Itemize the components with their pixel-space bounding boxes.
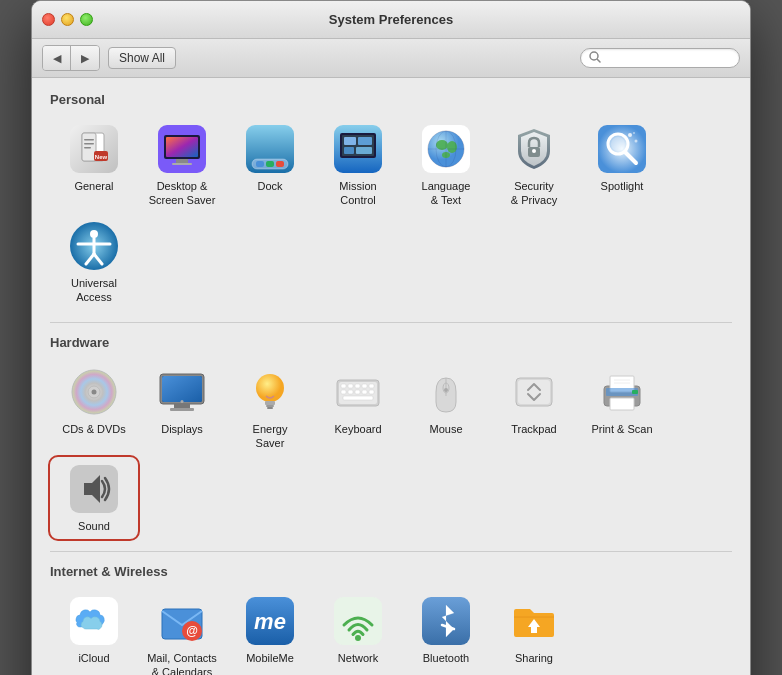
- mouse-icon: [420, 366, 472, 418]
- pref-item-print[interactable]: Print & Scan: [578, 360, 666, 457]
- hardware-grid: CDs & DVDs: [50, 360, 732, 539]
- pref-item-keyboard[interactable]: Keyboard: [314, 360, 402, 457]
- pref-item-general[interactable]: New General: [50, 117, 138, 214]
- svg-rect-59: [170, 408, 194, 411]
- internet-grid: iCloud @ Mail, Contacts& Calendars: [50, 589, 732, 675]
- security-label: Security& Privacy: [511, 179, 557, 208]
- pref-item-language[interactable]: Language& Text: [402, 117, 490, 214]
- pref-item-icloud[interactable]: iCloud: [50, 589, 138, 675]
- svg-rect-12: [166, 137, 198, 157]
- system-preferences-window: System Preferences ◀ ▶ Show All Personal: [31, 0, 751, 675]
- minimize-button[interactable]: [61, 13, 74, 26]
- trackpad-label: Trackpad: [511, 422, 556, 436]
- pref-item-mail[interactable]: @ Mail, Contacts& Calendars: [138, 589, 226, 675]
- pref-item-mouse[interactable]: Mouse: [402, 360, 490, 457]
- svg-rect-6: [84, 143, 94, 145]
- personal-grid: New General: [50, 117, 732, 310]
- svg-rect-85: [610, 398, 634, 410]
- maximize-button[interactable]: [80, 13, 93, 26]
- svg-rect-25: [344, 147, 354, 154]
- svg-rect-73: [348, 390, 353, 394]
- cds-icon: [68, 366, 120, 418]
- search-icon: [589, 51, 601, 65]
- keyboard-icon: [332, 366, 384, 418]
- svg-point-43: [628, 133, 632, 137]
- svg-rect-26: [356, 147, 372, 154]
- svg-rect-67: [341, 384, 346, 388]
- close-button[interactable]: [42, 13, 55, 26]
- svg-text:New: New: [95, 154, 108, 160]
- window-title: System Preferences: [329, 12, 453, 27]
- pref-item-desktop[interactable]: Desktop &Screen Saver: [138, 117, 226, 214]
- svg-rect-17: [256, 161, 264, 167]
- svg-point-44: [635, 140, 638, 143]
- desktop-icon: [156, 123, 208, 175]
- svg-rect-24: [358, 137, 372, 145]
- pref-item-cds[interactable]: CDs & DVDs: [50, 360, 138, 457]
- pref-item-bluetooth[interactable]: Bluetooth: [402, 589, 490, 675]
- pref-item-spotlight[interactable]: Spotlight: [578, 117, 666, 214]
- back-button[interactable]: ◀: [43, 46, 71, 70]
- svg-rect-76: [369, 390, 374, 394]
- svg-point-45: [633, 132, 635, 134]
- svg-line-1: [598, 60, 601, 63]
- mail-label: Mail, Contacts& Calendars: [147, 651, 217, 675]
- svg-rect-68: [348, 384, 353, 388]
- svg-point-38: [532, 149, 536, 153]
- show-all-button[interactable]: Show All: [108, 47, 176, 69]
- content-area: Personal: [32, 78, 750, 675]
- svg-point-60: [181, 400, 184, 403]
- mission-icon: [332, 123, 384, 175]
- divider-hardware: [50, 322, 732, 323]
- pref-item-sound[interactable]: Sound: [50, 457, 138, 539]
- pref-item-universal[interactable]: UniversalAccess: [50, 214, 138, 311]
- energy-icon: [244, 366, 296, 418]
- forward-button[interactable]: ▶: [71, 46, 99, 70]
- pref-item-displays[interactable]: Displays: [138, 360, 226, 457]
- sound-label: Sound: [78, 519, 110, 533]
- svg-point-0: [590, 52, 598, 60]
- svg-rect-19: [276, 161, 284, 167]
- keyboard-label: Keyboard: [334, 422, 381, 436]
- svg-rect-64: [267, 407, 273, 409]
- icloud-label: iCloud: [78, 651, 109, 665]
- svg-rect-13: [176, 159, 188, 163]
- pref-item-security[interactable]: Security& Privacy: [490, 117, 578, 214]
- traffic-lights: [42, 13, 93, 26]
- svg-rect-69: [355, 384, 360, 388]
- section-header-internet: Internet & Wireless: [50, 564, 732, 579]
- bluetooth-icon: [420, 595, 472, 647]
- displays-icon: [156, 366, 208, 418]
- sharing-icon: [508, 595, 560, 647]
- svg-rect-23: [344, 137, 356, 145]
- svg-rect-14: [172, 163, 192, 165]
- print-icon: [596, 366, 648, 418]
- mouse-label: Mouse: [429, 422, 462, 436]
- cds-label: CDs & DVDs: [62, 422, 126, 436]
- security-icon: [508, 123, 560, 175]
- pref-item-trackpad[interactable]: Trackpad: [490, 360, 578, 457]
- search-input[interactable]: [605, 51, 731, 65]
- spotlight-icon: [596, 123, 648, 175]
- svg-rect-18: [266, 161, 274, 167]
- trackpad-icon: [508, 366, 560, 418]
- mobileme-icon: me: [244, 595, 296, 647]
- desktop-label: Desktop &Screen Saver: [149, 179, 216, 208]
- language-icon: [420, 123, 472, 175]
- pref-item-sharing[interactable]: Sharing: [490, 589, 578, 675]
- spotlight-label: Spotlight: [601, 179, 644, 193]
- svg-rect-7: [84, 147, 91, 149]
- sound-icon: [68, 463, 120, 515]
- pref-item-mobileme[interactable]: me MobileMe: [226, 589, 314, 675]
- svg-rect-58: [174, 404, 190, 408]
- section-header-personal: Personal: [50, 92, 732, 107]
- pref-item-network[interactable]: Network: [314, 589, 402, 675]
- pref-item-mission[interactable]: MissionControl: [314, 117, 402, 214]
- network-label: Network: [338, 651, 378, 665]
- titlebar: System Preferences: [32, 1, 750, 39]
- svg-rect-72: [341, 390, 346, 394]
- sharing-label: Sharing: [515, 651, 553, 665]
- displays-label: Displays: [161, 422, 203, 436]
- pref-item-dock[interactable]: Dock: [226, 117, 314, 214]
- pref-item-energy[interactable]: EnergySaver: [226, 360, 314, 457]
